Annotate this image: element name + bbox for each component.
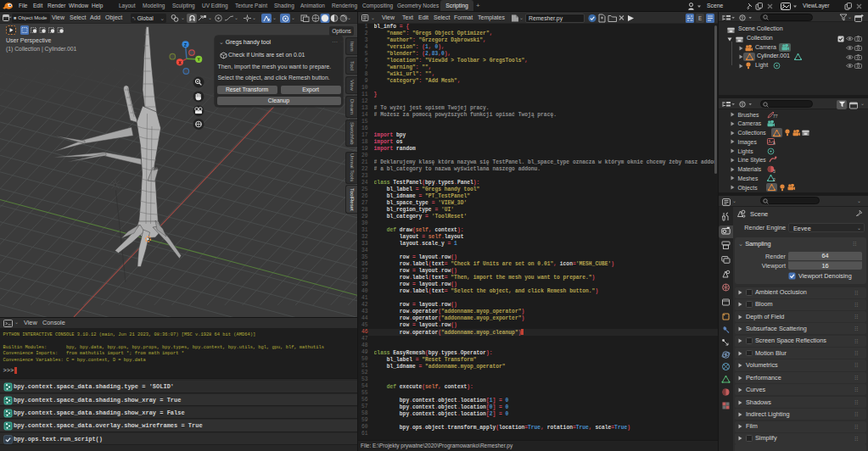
- svg-text:E: E: [698, 15, 702, 22]
- svg-text:Z: Z: [184, 42, 187, 47]
